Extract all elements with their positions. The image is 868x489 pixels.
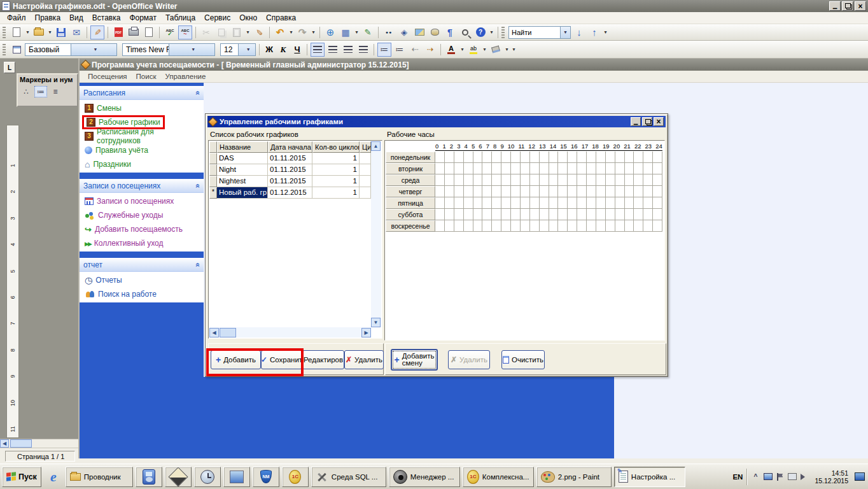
workhours-cell[interactable] — [435, 163, 445, 174]
workhours-cell[interactable] — [530, 186, 540, 197]
workhours-cell[interactable] — [568, 186, 577, 197]
dialog-close-button[interactable] — [654, 117, 664, 126]
workhours-cell[interactable] — [445, 197, 454, 209]
taskbar-button-pen[interactable] — [165, 467, 192, 487]
find-replace-icon[interactable] — [382, 25, 396, 39]
tray-clock[interactable]: 14:51 15.12.2015 — [812, 469, 851, 485]
cell-cycles[interactable]: 1 — [312, 176, 360, 187]
table-row[interactable]: Nightest 01.11.2015 1 — [209, 176, 371, 187]
tray-window-icon[interactable] — [764, 473, 773, 480]
list-horizontal-scrollbar[interactable]: ◀ ▶ — [209, 327, 371, 337]
workhours-cell[interactable] — [625, 174, 634, 186]
workhours-cell[interactable] — [615, 152, 625, 163]
align-center-icon[interactable] — [326, 43, 340, 57]
dialog-minimize-button[interactable] — [631, 117, 641, 126]
toolbar-overflow-icon[interactable] — [489, 29, 494, 35]
workhours-cell[interactable] — [511, 220, 521, 232]
workhours-cell[interactable] — [615, 209, 625, 220]
workhours-cell[interactable] — [445, 209, 454, 220]
taskbar-button-clock[interactable] — [194, 467, 221, 487]
workhours-cell[interactable] — [568, 163, 577, 174]
workhours-cell[interactable] — [501, 186, 511, 197]
workhours-cell[interactable] — [511, 197, 521, 209]
workhours-cell[interactable] — [568, 174, 577, 186]
collapse-chevron-icon[interactable] — [193, 183, 202, 188]
cell-date[interactable]: 01.11.2015 — [268, 176, 312, 187]
toolbar-grip[interactable] — [3, 44, 6, 55]
workhours-cell[interactable] — [549, 197, 559, 209]
autospellcheck-icon[interactable]: ABC~ — [178, 25, 192, 39]
minimize-button[interactable] — [829, 1, 841, 11]
workhours-cell[interactable] — [606, 197, 615, 209]
workhours-cell[interactable] — [445, 174, 454, 186]
workhours-cell[interactable] — [549, 209, 559, 220]
sidebar-section-schedules[interactable]: Расписания — [80, 86, 204, 100]
workhours-cell[interactable] — [482, 152, 492, 163]
taskbar-button-1c[interactable]: 1С — [282, 467, 309, 487]
delete-schedule-button[interactable]: Удалить — [344, 350, 384, 369]
cut-icon[interactable] — [199, 25, 213, 39]
workhours-cell[interactable] — [625, 152, 634, 163]
workhours-cell[interactable] — [454, 220, 464, 232]
align-right-icon[interactable] — [341, 43, 355, 57]
copy-icon[interactable] — [214, 25, 228, 39]
email-icon[interactable] — [69, 25, 83, 39]
italic-button[interactable]: К — [277, 43, 290, 56]
sidebar-item-service-leaves[interactable]: Служебные уходы — [80, 208, 204, 222]
toolbar-overflow-icon[interactable] — [511, 46, 517, 52]
workhours-day-label[interactable]: понедельник — [386, 152, 435, 163]
workhours-cell[interactable] — [492, 152, 501, 163]
workhours-cell[interactable] — [606, 174, 615, 186]
workhours-cell[interactable] — [473, 197, 483, 209]
workhours-cell[interactable] — [435, 152, 445, 163]
cell-cycles[interactable]: 1 — [312, 153, 360, 164]
redo-icon[interactable] — [295, 25, 309, 39]
workhours-cell[interactable] — [540, 209, 549, 220]
cell-cycle[interactable] — [360, 153, 371, 164]
scroll-right-icon[interactable]: ▶ — [361, 328, 371, 337]
dialog-maximize-button[interactable] — [642, 117, 652, 126]
table-dropdown-icon[interactable] — [354, 29, 360, 35]
workhours-cell[interactable] — [558, 220, 568, 232]
workhours-cell[interactable] — [454, 209, 464, 220]
cell-name-selected[interactable]: Новый раб. гр — [217, 187, 268, 199]
workhours-cell[interactable] — [596, 174, 606, 186]
writer-menu-item[interactable]: Файл — [3, 12, 31, 24]
export-pdf-icon[interactable]: PDF — [111, 25, 125, 39]
workhours-cell[interactable] — [625, 197, 634, 209]
sidebar-item-attendance-records[interactable]: Записи о посещениях — [80, 194, 204, 208]
edit-schedule-button[interactable]: Редактиров — [302, 350, 344, 369]
undo-icon[interactable] — [273, 25, 287, 39]
writer-menu-item[interactable]: Правка — [31, 12, 66, 24]
writer-menu-item[interactable]: Таблица — [161, 12, 200, 24]
workhours-cell[interactable] — [558, 163, 568, 174]
workhours-cell[interactable] — [606, 152, 615, 163]
cell-cycle[interactable] — [360, 164, 371, 176]
cell-name[interactable]: Night — [217, 164, 268, 176]
scroll-left-icon[interactable]: ◀ — [209, 328, 219, 337]
close-button[interactable] — [855, 1, 866, 11]
scrollbar-thumb[interactable] — [220, 328, 236, 337]
workhours-cell[interactable] — [596, 186, 606, 197]
workhours-cell[interactable] — [587, 209, 596, 220]
paragraph-style-combo[interactable]: Базовый — [25, 43, 117, 56]
workhours-cell[interactable] — [473, 220, 483, 232]
insert-table-icon[interactable] — [339, 25, 353, 39]
workhours-cell[interactable] — [643, 174, 653, 186]
workhours-cell[interactable] — [435, 174, 445, 186]
workhours-cell[interactable] — [435, 220, 445, 232]
find-toolbar-input[interactable]: Найти — [508, 26, 571, 39]
workhours-cell[interactable] — [558, 197, 568, 209]
tray-flag-icon[interactable] — [776, 473, 784, 481]
taskbar-button-sql[interactable]: Среда SQL ... — [311, 467, 386, 487]
workhours-cell[interactable] — [653, 186, 662, 197]
undo-dropdown-icon[interactable] — [288, 29, 294, 35]
quicklaunch-ie[interactable]: e — [44, 465, 63, 488]
table-row[interactable]: DAS 01.11.2015 1 — [209, 153, 371, 164]
background-color-icon[interactable] — [489, 43, 503, 57]
cell-cycle[interactable] — [360, 176, 371, 187]
start-button[interactable]: Пуск — [2, 467, 41, 487]
edit-mode-icon[interactable] — [90, 25, 104, 39]
workhours-cell[interactable] — [435, 186, 445, 197]
workhours-cell[interactable] — [445, 186, 454, 197]
